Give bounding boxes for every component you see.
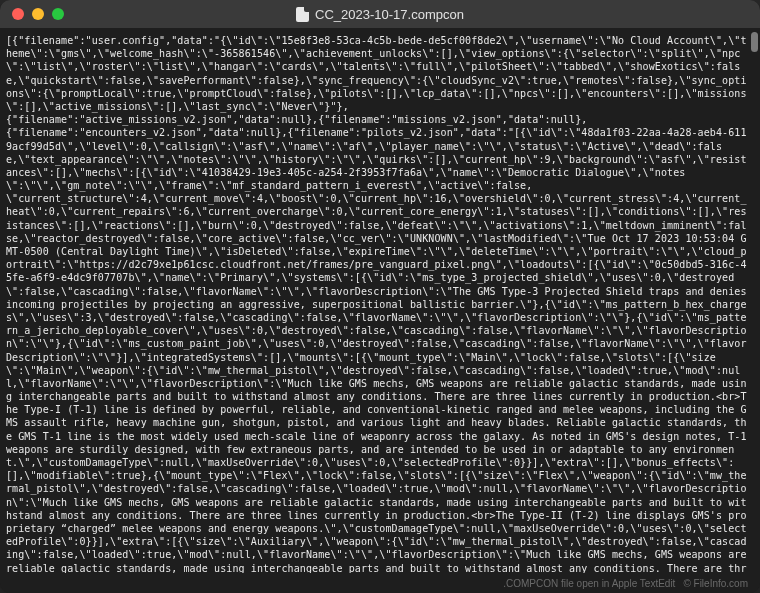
minimize-button[interactable] bbox=[32, 8, 44, 20]
document-text[interactable]: [{"filename":"user.config","data":"{\"id… bbox=[6, 34, 750, 573]
footer-attribution: © FileInfo.com bbox=[683, 578, 748, 589]
footer: .COMPCON file open in Apple TextEdit © F… bbox=[0, 573, 760, 593]
window-title: CC_2023-10-17.compcon bbox=[315, 7, 464, 22]
close-button[interactable] bbox=[12, 8, 24, 20]
traffic-lights bbox=[12, 8, 64, 20]
app-window: CC_2023-10-17.compcon [{"filename":"user… bbox=[0, 0, 760, 593]
titlebar[interactable]: CC_2023-10-17.compcon bbox=[0, 0, 760, 28]
maximize-button[interactable] bbox=[52, 8, 64, 20]
vertical-scrollbar[interactable] bbox=[751, 32, 758, 52]
title-wrap: CC_2023-10-17.compcon bbox=[0, 7, 760, 22]
content-area[interactable]: [{"filename":"user.config","data":"{\"id… bbox=[0, 28, 760, 573]
footer-caption: .COMPCON file open in Apple TextEdit bbox=[503, 578, 675, 589]
document-icon bbox=[296, 7, 309, 22]
